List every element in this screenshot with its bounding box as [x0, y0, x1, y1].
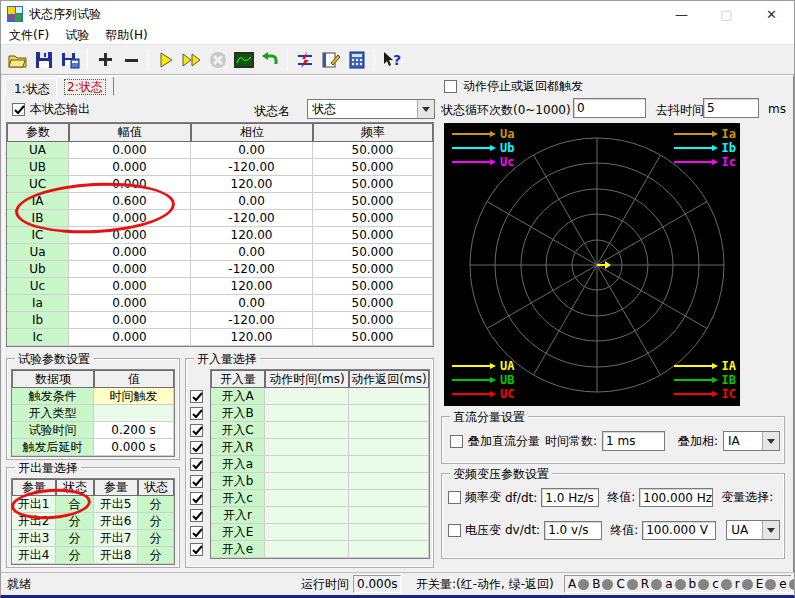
amplitude-cell[interactable]: 0.000: [69, 295, 191, 312]
input-row-checkbox[interactable]: [190, 424, 203, 437]
dc-superimpose-checkbox[interactable]: [450, 435, 463, 448]
phase-cell[interactable]: 0.00: [191, 142, 313, 159]
tab-state-2[interactable]: 2:状态: [56, 76, 114, 96]
amplitude-cell[interactable]: 0.000: [69, 261, 191, 278]
frequency-cell[interactable]: 50.000: [313, 210, 433, 227]
run-icon[interactable]: [153, 47, 179, 73]
input-row-checkbox[interactable]: [190, 475, 203, 488]
report-edit-icon[interactable]: [318, 47, 344, 73]
chevron-down-icon[interactable]: [762, 432, 779, 450]
volt-end-input[interactable]: 100.000 V: [642, 521, 716, 540]
frequency-cell[interactable]: 50.000: [313, 295, 433, 312]
trigger-mode-checkbox[interactable]: [444, 80, 457, 93]
sync-icon[interactable]: [292, 47, 318, 73]
amplitude-cell[interactable]: 0.000: [69, 244, 191, 261]
dvdt-input[interactable]: 1.0 v/s: [544, 521, 602, 540]
frequency-cell[interactable]: 50.000: [313, 142, 433, 159]
state-name-dropdown[interactable]: 状态: [307, 99, 435, 119]
frequency-cell[interactable]: 50.000: [313, 244, 433, 261]
frequency-cell[interactable]: 50.000: [313, 193, 433, 210]
input-row-checkbox[interactable]: [190, 526, 203, 539]
amplitude-cell[interactable]: 0.000: [69, 142, 191, 159]
phase-cell[interactable]: 120.00: [191, 329, 313, 346]
input-row-checkbox[interactable]: [190, 509, 203, 522]
frequency-cell[interactable]: 50.000: [313, 261, 433, 278]
frequency-cell[interactable]: 50.000: [313, 312, 433, 329]
phase-cell[interactable]: 0.00: [191, 193, 313, 210]
output-state[interactable]: 分: [56, 530, 94, 547]
amplitude-cell[interactable]: 0.000: [69, 312, 191, 329]
output-state[interactable]: 分: [56, 547, 94, 564]
input-row-checkbox[interactable]: [190, 441, 203, 454]
help-icon[interactable]: ?: [379, 47, 405, 73]
chevron-down-icon[interactable]: [417, 100, 434, 118]
frequency-cell[interactable]: 50.000: [313, 176, 433, 193]
open-icon[interactable]: [5, 47, 31, 73]
phase-cell[interactable]: 120.00: [191, 278, 313, 295]
menu-file[interactable]: 文件(F): [1, 27, 57, 44]
amplitude-cell[interactable]: 0.000: [69, 210, 191, 227]
dfdt-input[interactable]: 1.0 Hz/s: [541, 488, 599, 507]
minimize-button[interactable]: —: [659, 1, 704, 27]
input-row-checkbox[interactable]: [190, 390, 203, 403]
chevron-down-icon[interactable]: [762, 521, 779, 539]
close-button[interactable]: ✕: [749, 1, 794, 27]
time-constant-input[interactable]: 1 ms: [602, 431, 665, 451]
menu-help[interactable]: 帮助(H): [97, 27, 155, 44]
save-report-icon[interactable]: [57, 47, 83, 73]
legend-label: Ub: [500, 141, 514, 155]
amplitude-cell[interactable]: 0.000: [69, 176, 191, 193]
output-state[interactable]: 分: [138, 530, 174, 547]
output-state[interactable]: 分: [56, 513, 94, 530]
output-state[interactable]: 合: [56, 496, 94, 513]
calculator-icon[interactable]: [344, 47, 370, 73]
frequency-cell[interactable]: 50.000: [313, 227, 433, 244]
amplitude-cell[interactable]: 0.000: [69, 329, 191, 346]
phase-cell[interactable]: 120.00: [191, 176, 313, 193]
state-output-checkbox[interactable]: [12, 103, 25, 116]
frequency-cell[interactable]: 50.000: [313, 329, 433, 346]
remove-state-icon[interactable]: [118, 47, 144, 73]
phase-cell[interactable]: 0.00: [191, 295, 313, 312]
frequency-cell[interactable]: 50.000: [313, 278, 433, 295]
undo-icon[interactable]: [257, 47, 283, 73]
trigger-condition-value[interactable]: 时间触发: [94, 388, 174, 405]
add-state-icon[interactable]: [92, 47, 118, 73]
phase-cell[interactable]: -120.00: [191, 210, 313, 227]
phase-cell[interactable]: -120.00: [191, 261, 313, 278]
frequency-cell[interactable]: 50.000: [313, 159, 433, 176]
test-time-value[interactable]: 0.200 s: [94, 422, 174, 439]
output-state[interactable]: 分: [138, 547, 174, 564]
loop-count-input[interactable]: 0: [573, 98, 646, 118]
amplitude-cell[interactable]: 0.600: [69, 193, 191, 210]
menu-test[interactable]: 试验: [57, 27, 97, 44]
phase-cell[interactable]: -120.00: [191, 159, 313, 176]
amplitude-cell[interactable]: 0.000: [69, 278, 191, 295]
input-row-checkbox[interactable]: [190, 543, 203, 556]
amplitude-cell[interactable]: 0.000: [69, 159, 191, 176]
post-trigger-delay-value[interactable]: 0.000 s: [94, 439, 174, 456]
amplitude-cell[interactable]: 0.000: [69, 227, 191, 244]
runtime-label: 运行时间: [301, 576, 349, 593]
param-name: UB: [7, 159, 69, 176]
debounce-input[interactable]: 5: [703, 98, 759, 118]
tab-state-1[interactable]: 1:状态: [5, 78, 59, 96]
run-continuous-icon[interactable]: [179, 47, 205, 73]
output-state[interactable]: 分: [138, 496, 174, 513]
freq-ramp-checkbox[interactable]: [448, 491, 461, 504]
phase-cell[interactable]: 0.00: [191, 244, 313, 261]
phase-cell[interactable]: 120.00: [191, 227, 313, 244]
freq-end-input[interactable]: 100.000 Hz: [639, 488, 713, 507]
input-type-value[interactable]: [94, 405, 174, 422]
save-icon[interactable]: [31, 47, 57, 73]
volt-ramp-checkbox[interactable]: [448, 524, 461, 537]
variable-select-dropdown[interactable]: UA: [726, 520, 780, 540]
input-row-checkbox[interactable]: [190, 458, 203, 471]
output-state[interactable]: 分: [138, 513, 174, 530]
input-name: 开入a: [211, 456, 265, 473]
input-row-checkbox[interactable]: [190, 407, 203, 420]
superimpose-phase-dropdown[interactable]: IA: [723, 431, 780, 451]
waveform-icon[interactable]: [231, 47, 257, 73]
input-row-checkbox[interactable]: [190, 492, 203, 505]
phase-cell[interactable]: -120.00: [191, 312, 313, 329]
